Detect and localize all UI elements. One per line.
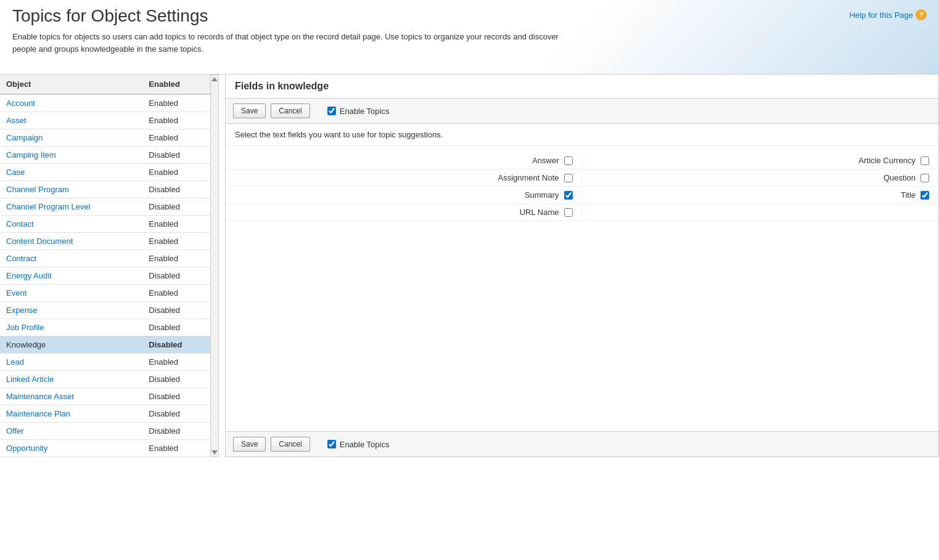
object-status: Disabled <box>142 405 210 423</box>
object-list-panel: Object Enabled AccountEnabledAssetEnable… <box>0 75 219 457</box>
object-status: Enabled <box>142 94 210 112</box>
table-row[interactable]: Maintenance PlanDisabled <box>0 405 210 423</box>
cancel-button-bottom[interactable]: Cancel <box>271 437 310 452</box>
table-row[interactable]: KnowledgeDisabled <box>0 336 210 354</box>
object-table-scroll[interactable]: Object Enabled AccountEnabledAssetEnable… <box>0 75 210 457</box>
field-label-summary: Summary <box>525 190 559 200</box>
table-row[interactable]: AssetEnabled <box>0 112 210 129</box>
table-row[interactable]: ContractEnabled <box>0 250 210 267</box>
table-row[interactable]: CaseEnabled <box>0 164 210 181</box>
field-checkbox-title[interactable] <box>921 191 929 200</box>
field-checkbox-question[interactable] <box>921 174 929 182</box>
object-status: Enabled <box>142 164 210 181</box>
fields-description: Select the text fields you want to use f… <box>226 124 938 146</box>
field-label-url-name: URL Name <box>520 208 559 217</box>
help-link[interactable]: Help for this Page ? <box>850 9 927 20</box>
fields-grid: Answer Article Currency Assignment Note <box>226 146 938 227</box>
page-header: Topics for Object Settings Enable topics… <box>0 0 939 74</box>
table-row[interactable]: CampaignEnabled <box>0 129 210 147</box>
enable-topics-checkbox-top[interactable] <box>327 107 336 115</box>
scroll-down-arrow[interactable] <box>211 450 218 455</box>
table-row[interactable]: ContactEnabled <box>0 216 210 233</box>
enable-topics-checkbox-bottom[interactable] <box>327 440 336 448</box>
table-row[interactable]: Content DocumentEnabled <box>0 233 210 250</box>
object-status: Disabled <box>142 267 210 285</box>
object-status: Disabled <box>142 388 210 405</box>
object-link[interactable]: Campaign <box>6 133 43 142</box>
table-row[interactable]: LeadEnabled <box>0 354 210 371</box>
field-label-question: Question <box>884 173 916 182</box>
object-link[interactable]: Account <box>6 99 35 108</box>
object-status: Disabled <box>142 423 210 440</box>
object-link[interactable]: Camping Item <box>6 150 56 160</box>
field-checkbox-url-name[interactable] <box>564 208 573 217</box>
object-link[interactable]: Channel Program <box>6 185 69 194</box>
fields-panel: Fields in knowledge Save Cancel Enable T… <box>225 75 939 457</box>
enable-topics-label-bottom: Enable Topics <box>340 440 390 449</box>
table-row[interactable]: Energy AuditDisabled <box>0 267 210 285</box>
field-cell-assignment-note: Assignment Note <box>226 173 582 182</box>
field-label-assignment-note: Assignment Note <box>498 173 559 182</box>
object-status: Disabled <box>142 147 210 164</box>
page-description: Enable topics for objects so users can a… <box>12 31 567 55</box>
col-header-enabled: Enabled <box>142 75 210 94</box>
field-checkbox-answer[interactable] <box>564 156 573 165</box>
enable-topics-label-top: Enable Topics <box>340 107 390 116</box>
object-status: Disabled <box>142 181 210 198</box>
object-link[interactable]: Expense <box>6 306 38 315</box>
object-link[interactable]: Channel Program Level <box>6 202 91 211</box>
field-cell-question: Question <box>582 173 939 182</box>
field-checkbox-article-currency[interactable] <box>921 156 929 165</box>
field-checkbox-summary[interactable] <box>564 191 573 200</box>
table-row[interactable]: OfferDisabled <box>0 423 210 440</box>
object-status: Enabled <box>142 233 210 250</box>
scroll-up-arrow[interactable] <box>211 77 218 81</box>
field-checkbox-assignment-note[interactable] <box>564 174 573 182</box>
field-row-3: Summary Title <box>226 187 938 204</box>
object-link[interactable]: Event <box>6 288 27 298</box>
enable-topics-container-bottom: Enable Topics <box>327 440 390 449</box>
object-link[interactable]: Opportunity <box>6 444 47 453</box>
panels-wrapper: Object Enabled AccountEnabledAssetEnable… <box>0 74 939 457</box>
scrollbar[interactable] <box>210 75 219 457</box>
field-row-1: Answer Article Currency <box>226 152 938 169</box>
object-link[interactable]: Contact <box>6 219 34 229</box>
object-link[interactable]: Maintenance Plan <box>6 409 70 418</box>
help-link-text: Help for this Page <box>850 10 913 20</box>
object-table: Object Enabled AccountEnabledAssetEnable… <box>0 75 210 457</box>
table-row[interactable]: AccountEnabled <box>0 94 210 112</box>
object-link[interactable]: Content Document <box>6 237 73 246</box>
table-row[interactable]: OpportunityEnabled <box>0 440 210 457</box>
object-status: Enabled <box>142 285 210 302</box>
fields-panel-title: Fields in knowledge <box>226 75 938 99</box>
object-name-selected: Knowledge <box>6 340 46 349</box>
table-row[interactable]: Channel ProgramDisabled <box>0 181 210 198</box>
save-button-bottom[interactable]: Save <box>233 437 266 452</box>
object-link[interactable]: Lead <box>6 357 24 367</box>
field-cell-empty <box>582 208 939 217</box>
object-status: Enabled <box>142 112 210 129</box>
field-cell-answer: Answer <box>226 156 582 165</box>
table-row[interactable]: Maintenance AssetDisabled <box>0 388 210 405</box>
save-button-top[interactable]: Save <box>233 103 266 118</box>
object-link[interactable]: Job Profile <box>6 323 44 332</box>
object-link[interactable]: Asset <box>6 116 27 125</box>
table-row[interactable]: Linked ArticleDisabled <box>0 371 210 388</box>
object-link[interactable]: Offer <box>6 426 24 436</box>
object-link[interactable]: Contract <box>6 254 36 263</box>
object-link[interactable]: Maintenance Asset <box>6 392 74 401</box>
table-row[interactable]: Job ProfileDisabled <box>0 319 210 336</box>
table-row[interactable]: Camping ItemDisabled <box>0 147 210 164</box>
cancel-button-top[interactable]: Cancel <box>271 103 310 118</box>
field-label-article-currency: Article Currency <box>859 156 916 165</box>
fields-body: Answer Article Currency Assignment Note <box>226 146 938 431</box>
object-status: Disabled <box>142 336 210 354</box>
table-row[interactable]: EventEnabled <box>0 285 210 302</box>
object-status: Enabled <box>142 354 210 371</box>
table-row[interactable]: ExpenseDisabled <box>0 302 210 319</box>
table-row[interactable]: Channel Program LevelDisabled <box>0 198 210 216</box>
object-link[interactable]: Linked Article <box>6 375 54 384</box>
object-link[interactable]: Energy Audit <box>6 271 52 280</box>
object-status: Enabled <box>142 440 210 457</box>
object-link[interactable]: Case <box>6 168 25 177</box>
